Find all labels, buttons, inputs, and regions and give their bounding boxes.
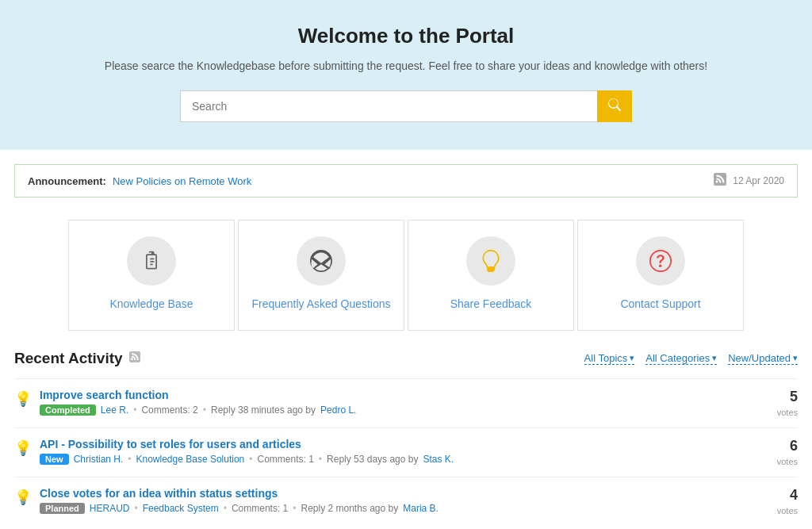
- page-title: Welcome to the Portal: [16, 24, 796, 48]
- status-badge: Planned: [40, 503, 85, 514]
- recent-activity-section: Recent Activity All Topics All Categorie…: [14, 350, 798, 526]
- activity-title-link[interactable]: Close votes for an idea within status se…: [40, 487, 439, 500]
- reply-author-link[interactable]: Stas K.: [423, 454, 454, 465]
- nav-card-contact-support[interactable]: Contact Support: [577, 220, 744, 331]
- announcement-date: 12 Apr 2020: [733, 175, 784, 186]
- activity-votes: 4 votes: [754, 487, 798, 516]
- activity-item-left: 💡 Close votes for an idea within status …: [14, 487, 754, 514]
- comments-count: Comments: 1: [232, 503, 288, 514]
- announcement-bar: Announcement: New Policies on Remote Wor…: [14, 164, 798, 197]
- status-badge: New: [40, 454, 69, 465]
- activity-item-left: 💡 Improve search function Completed Lee …: [14, 389, 754, 416]
- activity-meta: Planned HERAUD • Feedback System • Comme…: [40, 503, 439, 514]
- bulb-icon: 💡: [14, 489, 32, 506]
- votes-label: votes: [777, 408, 798, 417]
- votes-number: 6: [754, 438, 798, 454]
- contact-support-label: Contact Support: [620, 297, 700, 310]
- activity-votes: 5 votes: [754, 389, 798, 418]
- activity-rss-icon: [129, 351, 140, 366]
- activity-meta: Completed Lee R. • Comments: 2 • Reply 3…: [40, 404, 356, 416]
- share-feedback-icon: [466, 236, 515, 286]
- knowledge-base-label: Knowledge Base: [109, 297, 193, 310]
- nav-card-knowledge-base[interactable]: Knowledge Base: [68, 220, 235, 331]
- votes-number: 5: [754, 389, 798, 405]
- announcement-link[interactable]: New Policies on Remote Work: [113, 175, 251, 187]
- activity-header: Recent Activity All Topics All Categorie…: [14, 350, 798, 367]
- author-link[interactable]: Lee R.: [101, 404, 128, 416]
- activity-content: API - Possibility to set roles for users…: [40, 438, 454, 465]
- comments-count: Comments: 2: [141, 404, 197, 416]
- contact-support-icon: [636, 236, 685, 286]
- activity-item: 💡 Close votes for an idea within status …: [14, 477, 798, 526]
- activity-filters: All Topics All Categories New/Updated: [584, 352, 798, 365]
- nav-card-faq[interactable]: Frequently Asked Questions: [238, 220, 404, 331]
- activity-meta: New Christian H. • Knowledge Base Soluti…: [40, 454, 454, 465]
- votes-label: votes: [777, 506, 798, 516]
- category-link[interactable]: Knowledge Base Solution: [136, 454, 245, 465]
- reply-author-link[interactable]: Maria B.: [403, 503, 439, 514]
- rss-icon: [714, 173, 726, 189]
- announcement-right: 12 Apr 2020: [714, 173, 784, 189]
- activity-title: Recent Activity: [14, 350, 123, 367]
- activity-item: 💡 Improve search function Completed Lee …: [14, 378, 798, 427]
- votes-number: 4: [754, 487, 798, 504]
- filter-topics[interactable]: All Topics: [584, 352, 635, 365]
- nav-card-share-feedback[interactable]: Share Feedback: [408, 220, 574, 331]
- activity-title-link[interactable]: API - Possibility to set roles for users…: [40, 438, 454, 450]
- reply-info: Reply 38 minutes ago by: [211, 404, 316, 416]
- svg-rect-2: [150, 264, 153, 266]
- reply-info: Reply 53 days ago by: [327, 454, 418, 465]
- category-link[interactable]: Feedback System: [143, 503, 219, 514]
- announcement-left: Announcement: New Policies on Remote Wor…: [28, 175, 251, 187]
- votes-label: votes: [777, 457, 798, 466]
- page-subtitle: Please searce the Knowledgebase before s…: [16, 58, 796, 75]
- author-link[interactable]: Christian H.: [74, 454, 124, 465]
- announcement-label: Announcement:: [28, 175, 106, 187]
- activity-item-left: 💡 API - Possibility to set roles for use…: [14, 438, 754, 465]
- filter-categories[interactable]: All Categories: [645, 352, 717, 365]
- status-badge: Completed: [40, 404, 96, 416]
- activity-title-row: Recent Activity: [14, 350, 140, 367]
- activity-content: Close votes for an idea within status se…: [40, 487, 439, 514]
- search-bar: [180, 90, 632, 122]
- share-feedback-label: Share Feedback: [450, 297, 532, 310]
- author-link[interactable]: HERAUD: [90, 503, 130, 514]
- filter-sort[interactable]: New/Updated: [728, 352, 798, 365]
- knowledge-base-icon: [127, 236, 176, 286]
- faq-icon: [297, 236, 346, 286]
- faq-label: Frequently Asked Questions: [251, 297, 390, 310]
- svg-rect-1: [150, 261, 154, 263]
- header-banner: Welcome to the Portal Please searce the …: [0, 0, 812, 150]
- reply-info: Reply 2 months ago by: [301, 503, 398, 514]
- activity-votes: 6 votes: [754, 438, 798, 467]
- search-input[interactable]: [180, 90, 597, 122]
- bulb-icon: 💡: [14, 390, 32, 408]
- comments-count: Comments: 1: [257, 454, 313, 465]
- activity-item: 💡 API - Possibility to set roles for use…: [14, 427, 798, 477]
- nav-cards: Knowledge Base Frequently Asked Question…: [14, 220, 798, 331]
- activity-title-link[interactable]: Improve search function: [40, 389, 356, 401]
- search-button[interactable]: [597, 90, 632, 122]
- reply-author-link[interactable]: Pedro L.: [320, 404, 356, 416]
- svg-rect-0: [150, 259, 154, 260]
- activity-content: Improve search function Completed Lee R.…: [40, 389, 356, 416]
- search-icon: [608, 98, 621, 111]
- bulb-icon: 💡: [14, 439, 32, 457]
